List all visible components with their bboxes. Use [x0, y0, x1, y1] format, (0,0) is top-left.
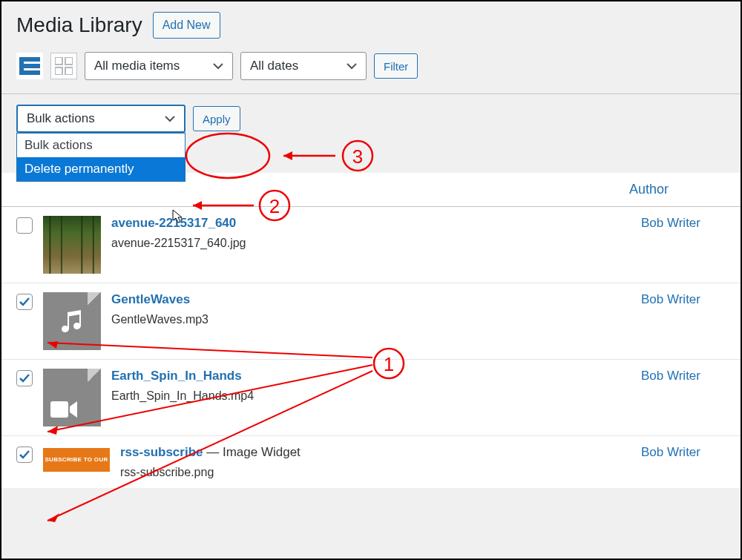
media-filename: avenue-2215317_640.jpg [111, 237, 631, 250]
svg-marker-11 [283, 151, 292, 160]
media-row: SUBSCRIBE TO OUR rss-subscribe — Image W… [1, 436, 741, 488]
bulk-actions-select[interactable]: Bulk actions [16, 105, 186, 133]
list-view-button[interactable] [16, 53, 43, 79]
list-view-icon [19, 57, 40, 75]
svg-rect-7 [65, 67, 73, 75]
row-checkbox[interactable] [16, 370, 33, 386]
media-author[interactable]: Bob Writer [641, 369, 730, 383]
media-row: avenue-2215317_640 avenue-2215317_640.jp… [1, 207, 741, 283]
chevron-down-icon [213, 59, 223, 73]
media-title[interactable]: avenue-2215317_640 [111, 216, 631, 231]
apply-button[interactable]: Apply [193, 106, 240, 131]
chevron-down-icon [347, 59, 357, 73]
media-filename: rss-subscribe.png [120, 466, 631, 479]
media-thumbnail [43, 369, 101, 426]
bulk-actions-value: Bulk actions [27, 111, 95, 126]
add-new-button[interactable]: Add New [153, 12, 220, 39]
bulk-option-bulk-actions[interactable]: Bulk actions [17, 134, 185, 157]
page-title: Media Library [16, 13, 142, 37]
media-thumbnail: SUBSCRIBE TO OUR [43, 445, 110, 475]
video-camera-icon [50, 400, 79, 419]
media-author[interactable]: Bob Writer [641, 216, 730, 231]
column-author[interactable]: Author [629, 182, 726, 197]
media-row: GentleWaves GentleWaves.mp3 Bob Writer [1, 283, 741, 360]
svg-rect-6 [55, 67, 62, 75]
svg-rect-8 [50, 401, 68, 418]
media-thumbnail [43, 216, 101, 274]
grid-view-icon [55, 57, 73, 75]
media-filename: Earth_Spin_In_Hands.mp4 [111, 389, 631, 403]
media-author[interactable]: Bob Writer [641, 292, 730, 307]
filter-button[interactable]: Filter [374, 53, 418, 79]
svg-rect-3 [19, 57, 24, 75]
bulk-actions-dropdown: Bulk actions Delete permanently [16, 133, 186, 182]
media-filename: GentleWaves.mp3 [111, 313, 631, 326]
grid-view-button[interactable] [50, 53, 77, 79]
svg-marker-25 [47, 513, 59, 522]
dates-select[interactable]: All dates [240, 52, 367, 80]
svg-text:3: 3 [352, 145, 363, 168]
media-title[interactable]: Earth_Spin_In_Hands [111, 369, 631, 383]
dates-value: All dates [250, 59, 298, 73]
svg-rect-4 [55, 57, 62, 65]
music-note-icon [57, 306, 87, 336]
mouse-cursor-icon [172, 209, 184, 227]
row-checkbox[interactable] [16, 294, 33, 310]
media-type-select[interactable]: All media items [85, 52, 233, 80]
media-title[interactable]: GentleWaves [111, 292, 631, 307]
media-row: Earth_Spin_In_Hands Earth_Spin_In_Hands.… [1, 360, 741, 436]
media-title[interactable]: rss-subscribe — Image Widget [120, 445, 631, 460]
media-thumbnail [43, 292, 101, 350]
row-checkbox[interactable] [16, 447, 33, 463]
media-author[interactable]: Bob Writer [641, 445, 730, 460]
media-type-value: All media items [94, 59, 180, 73]
row-checkbox[interactable] [16, 217, 33, 234]
chevron-down-icon [165, 111, 175, 126]
svg-point-12 [343, 141, 372, 171]
svg-rect-5 [65, 57, 73, 65]
bulk-option-delete-permanently[interactable]: Delete permanently [17, 157, 185, 181]
